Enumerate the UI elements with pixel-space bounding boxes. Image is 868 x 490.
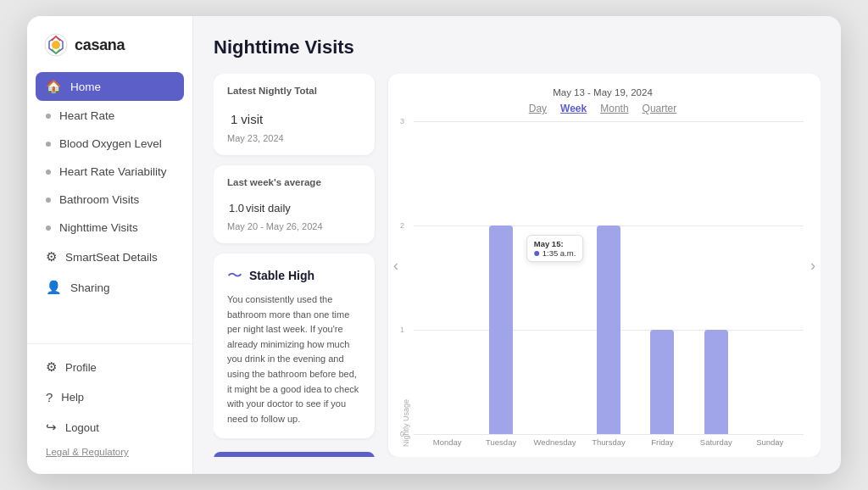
- x-label-5: Saturday: [689, 437, 743, 447]
- cards-column: Latest Nightly Total 1visit May 23, 2024…: [214, 74, 375, 457]
- chart-y-label: Nightly Usage: [402, 121, 410, 447]
- app-name: casana: [75, 36, 125, 54]
- sidebar-item-blood-oxygen-label: Blood Oxygen Level: [59, 137, 162, 150]
- sidebar-item-logout-label: Logout: [65, 421, 99, 434]
- smartseat-icon: ⚙: [46, 249, 57, 264]
- bar-3[interactable]: [597, 226, 620, 434]
- help-icon: ?: [46, 390, 53, 404]
- logout-icon: ↪: [46, 420, 57, 435]
- chart-body: Nightly Usage 0123May 15:1:35 a.m. Monda…: [402, 121, 804, 447]
- sidebar-item-nighttime-label: Nighttime Visits: [59, 221, 138, 234]
- sidebar-item-heart-rate-label: Heart Rate: [59, 109, 114, 122]
- bar-5[interactable]: [704, 330, 728, 434]
- sidebar-item-help[interactable]: ? Help: [36, 383, 184, 411]
- bar-col-0: [420, 121, 474, 434]
- bar-col-6: [743, 121, 797, 434]
- dot-icon: [46, 114, 51, 119]
- card-latest-value: 1visit: [227, 101, 361, 128]
- dot-icon: [46, 170, 51, 175]
- dot-icon: [46, 226, 51, 231]
- x-label-6: Sunday: [743, 437, 797, 447]
- chart-tabs: Day Week Month Quarter: [529, 103, 677, 114]
- dot-icon: [46, 198, 51, 203]
- card-latest-date: May 23, 2024: [227, 133, 361, 143]
- sidebar-item-help-label: Help: [61, 391, 84, 404]
- sidebar-nav: 🏠 Home Heart Rate Blood Oxygen Level Hea…: [27, 72, 192, 335]
- app-shell: casana 🏠 Home Heart Rate Blood Oxygen Le…: [27, 16, 841, 474]
- tab-day[interactable]: Day: [529, 103, 547, 114]
- sidebar-item-profile-label: Profile: [65, 361, 97, 374]
- main-content: Nighttime Visits Latest Nightly Total 1v…: [193, 16, 841, 474]
- x-label-1: Tuesday: [474, 437, 527, 447]
- casana-logo-icon: [44, 33, 68, 57]
- bar-4[interactable]: [650, 330, 674, 434]
- sharing-icon: 👤: [46, 280, 62, 295]
- sidebar: casana 🏠 Home Heart Rate Blood Oxygen Le…: [27, 16, 193, 474]
- chart-header: May 13 - May 19, 2024 Day Week Month Qua…: [402, 87, 804, 114]
- svg-point-1: [52, 41, 60, 49]
- insight-body: You consistently used the bathroom more …: [227, 292, 361, 426]
- sidebar-item-bathroom-label: Bathroom Visits: [59, 193, 139, 206]
- sidebar-bottom: ⚙ Profile ? Help ↪ Logout Legal & Regula…: [27, 343, 192, 460]
- card-average: Last week's average 1.0visit daily May 2…: [214, 165, 375, 243]
- sidebar-item-smartseat[interactable]: ⚙ SmartSeat Details: [36, 242, 184, 271]
- tab-month[interactable]: Month: [600, 103, 628, 114]
- sidebar-item-nighttime[interactable]: Nighttime Visits: [36, 214, 184, 241]
- card-average-label: Last week's average: [227, 177, 361, 187]
- sidebar-item-heart-rate[interactable]: Heart Rate: [36, 103, 184, 129]
- chart-x-labels: MondayTuesdayWednesdayThursdayFridaySatu…: [414, 434, 804, 447]
- card-latest-label: Latest Nightly Total: [227, 86, 361, 96]
- sidebar-item-sharing[interactable]: 👤 Sharing: [36, 273, 184, 302]
- bar-col-5: [689, 121, 743, 434]
- sidebar-item-home[interactable]: 🏠 Home: [36, 72, 184, 101]
- bar-col-2: May 15:1:35 a.m.: [528, 121, 581, 434]
- dot-icon: [46, 142, 51, 147]
- tab-week[interactable]: Week: [560, 103, 587, 114]
- sidebar-item-smartseat-label: SmartSeat Details: [65, 251, 158, 264]
- logo: casana: [27, 33, 192, 72]
- sidebar-item-sharing-label: Sharing: [70, 281, 110, 294]
- page-title: Nighttime Visits: [214, 36, 821, 58]
- chart-container: ‹ › May 13 - May 19, 2024 Day Week Month…: [388, 74, 821, 457]
- bar-col-4: [636, 121, 689, 434]
- bar-col-1: [474, 121, 527, 434]
- card-average-date: May 20 - May 26, 2024: [227, 221, 361, 231]
- chart-inner: 0123May 15:1:35 a.m. MondayTuesdayWednes…: [414, 121, 804, 447]
- card-insight: 〜 Stable High You consistently used the …: [214, 253, 375, 438]
- content-area: Latest Nightly Total 1visit May 23, 2024…: [214, 74, 821, 457]
- x-label-3: Thursday: [581, 437, 635, 447]
- tab-quarter[interactable]: Quarter: [643, 103, 677, 114]
- card-latest-nightly: Latest Nightly Total 1visit May 23, 2024: [214, 74, 375, 155]
- sidebar-item-hrv-label: Heart Rate Variability: [59, 165, 167, 178]
- card-average-value: 1.0visit daily: [227, 192, 361, 216]
- sidebar-item-blood-oxygen[interactable]: Blood Oxygen Level: [36, 131, 184, 157]
- chart-grid: 0123May 15:1:35 a.m.: [414, 121, 804, 434]
- x-label-0: Monday: [420, 437, 474, 447]
- insight-title: Stable High: [249, 269, 314, 282]
- chart-tooltip: May 15:1:35 a.m.: [526, 235, 584, 262]
- sidebar-item-hrv[interactable]: Heart Rate Variability: [36, 159, 184, 185]
- profile-icon: ⚙: [46, 359, 57, 375]
- sidebar-item-home-label: Home: [70, 81, 101, 93]
- sidebar-item-logout[interactable]: ↪ Logout: [36, 413, 184, 442]
- bar-1[interactable]: [489, 226, 513, 434]
- bar-col-3: [581, 121, 635, 434]
- see-all-data-button[interactable]: SEE ALL DATA: [214, 452, 375, 457]
- chart-date-range: May 13 - May 19, 2024: [553, 87, 653, 97]
- home-icon: 🏠: [46, 79, 62, 94]
- insight-header: 〜 Stable High: [227, 265, 361, 286]
- sidebar-item-bathroom[interactable]: Bathroom Visits: [36, 187, 184, 213]
- x-label-4: Friday: [636, 437, 689, 447]
- chart-prev-button[interactable]: ‹: [393, 257, 398, 275]
- legal-link[interactable]: Legal & Regulatory: [36, 443, 184, 460]
- insight-icon: 〜: [227, 265, 242, 286]
- sidebar-item-profile[interactable]: ⚙ Profile: [36, 353, 184, 381]
- chart-next-button[interactable]: ›: [810, 257, 815, 275]
- x-label-2: Wednesday: [528, 437, 581, 447]
